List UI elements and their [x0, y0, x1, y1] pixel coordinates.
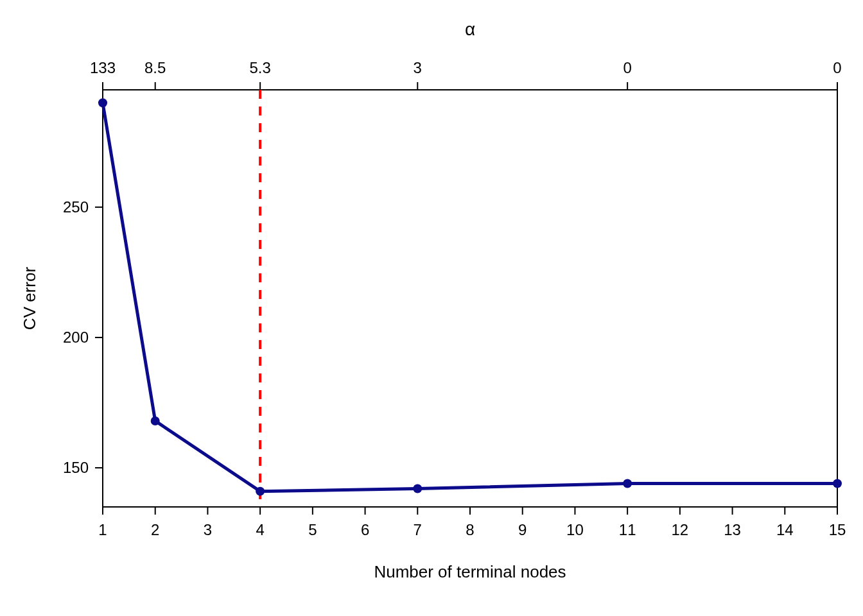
x-tick-label: 10: [566, 521, 584, 538]
cv-error-chart: 123456789101112131415 150200250 1338.55.…: [0, 0, 863, 616]
top-tick-label: 133: [90, 59, 116, 76]
x-tick-label: 11: [619, 521, 636, 538]
top-tick-label: 8.5: [144, 59, 166, 76]
top-tick-label: 5.3: [249, 59, 270, 76]
y-tick-label: 250: [63, 198, 89, 216]
x-ticks: 123456789101112131415: [98, 507, 846, 538]
x-tick-label: 2: [151, 521, 159, 538]
top-alpha-ticks: 1338.55.3300: [90, 59, 842, 90]
x-tick-label: 6: [361, 521, 369, 538]
y-tick-label: 150: [63, 459, 89, 476]
x-tick-label: 8: [466, 521, 474, 538]
data-points: [98, 98, 842, 495]
y-ticks: 150200250: [63, 198, 103, 476]
data-point: [413, 484, 422, 493]
x-tick-label: 5: [308, 521, 317, 538]
x-axis-label: Number of terminal nodes: [374, 562, 566, 581]
x-tick-label: 1: [98, 521, 107, 538]
x-tick-label: 3: [204, 521, 212, 538]
x-tick-label: 13: [724, 521, 741, 538]
x-tick-label: 12: [672, 521, 689, 538]
data-point: [151, 416, 160, 425]
top-axis-title: α: [465, 19, 475, 39]
top-tick-label: 0: [623, 59, 631, 76]
x-tick-label: 9: [518, 521, 527, 538]
x-tick-label: 7: [414, 521, 422, 538]
data-line: [103, 103, 837, 491]
x-tick-label: 14: [776, 521, 794, 538]
plot-box: [103, 90, 837, 507]
top-tick-label: 0: [833, 59, 841, 76]
data-point: [256, 487, 265, 496]
x-tick-label: 4: [256, 521, 264, 538]
data-point: [833, 479, 842, 488]
x-tick-label: 15: [829, 521, 846, 538]
y-tick-label: 200: [63, 329, 89, 346]
y-axis-label: CV error: [20, 267, 39, 330]
data-point: [623, 479, 632, 488]
data-point: [98, 98, 107, 107]
top-tick-label: 3: [414, 59, 422, 76]
